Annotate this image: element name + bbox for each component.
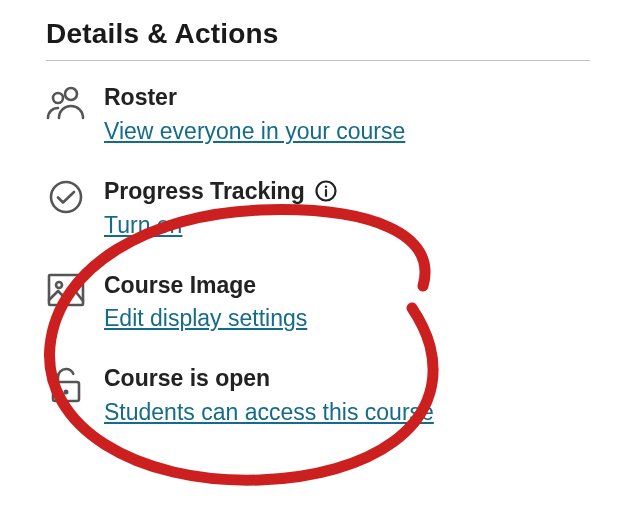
course-image-label: Course Image xyxy=(104,271,256,300)
item-course-status: Course is open Students can access this … xyxy=(46,364,590,428)
checkmark-circle-icon xyxy=(46,177,86,215)
course-status-label: Course is open xyxy=(104,364,270,393)
roster-label: Roster xyxy=(104,83,177,112)
svg-point-8 xyxy=(64,390,69,395)
svg-point-4 xyxy=(325,186,327,188)
progress-link[interactable]: Turn on xyxy=(104,210,182,241)
svg-point-1 xyxy=(53,93,63,103)
panel-heading: Details & Actions xyxy=(46,18,590,50)
course-image-link[interactable]: Edit display settings xyxy=(104,303,307,334)
roster-link[interactable]: View everyone in your course xyxy=(104,116,405,147)
people-icon xyxy=(46,83,86,121)
progress-label: Progress Tracking xyxy=(104,177,305,206)
svg-point-0 xyxy=(65,88,77,100)
item-progress-tracking: Progress Tracking Turn on xyxy=(46,177,590,241)
item-roster: Roster View everyone in your course xyxy=(46,83,590,147)
info-icon[interactable] xyxy=(315,180,337,202)
item-course-image: Course Image Edit display settings xyxy=(46,271,590,335)
course-status-link[interactable]: Students can access this course xyxy=(104,397,434,428)
svg-point-6 xyxy=(56,282,62,288)
svg-rect-5 xyxy=(49,275,83,305)
details-actions-panel: Details & Actions Roster View everyone i… xyxy=(0,0,618,428)
unlock-icon xyxy=(46,364,86,404)
panel-divider xyxy=(46,60,590,61)
image-icon xyxy=(46,271,86,307)
svg-point-2 xyxy=(51,182,81,212)
